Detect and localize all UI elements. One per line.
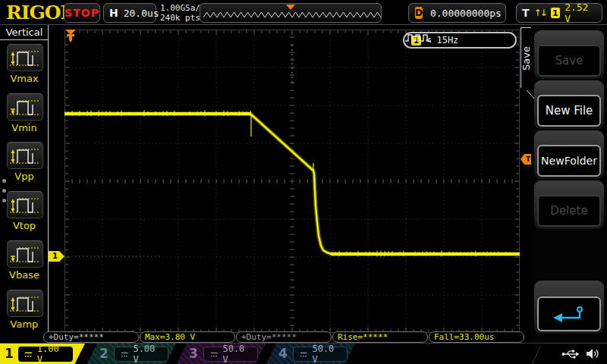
system-status-icons <box>561 348 599 359</box>
measurement-slot-4: Rise=***** <box>332 331 428 343</box>
vtop-icon <box>8 193 42 217</box>
channel3-scale-box: 50.0 V <box>203 347 258 362</box>
sidebar-title: Vertical <box>0 25 49 40</box>
memory-depth: 240k pts <box>160 13 206 23</box>
delay-box[interactable]: D 0.00000000ps <box>408 3 506 23</box>
save-button[interactable]: Save <box>537 45 601 77</box>
sidebar-item-vtop-label: Vtop <box>0 220 49 231</box>
channel2-number: 2 <box>99 346 109 361</box>
vamp-icon <box>8 291 42 315</box>
new-file-button[interactable]: New File <box>537 95 601 127</box>
channel4-scale-box: 50.0 V <box>293 347 348 362</box>
rigol-logo: RIGOL <box>6 2 73 24</box>
square-wave-icon <box>404 33 432 42</box>
dc-coupling-icon <box>210 351 218 358</box>
menu-key-new-file[interactable]: New File <box>534 80 604 129</box>
measurement-slot-5: Fall=33.00us <box>429 331 524 343</box>
delete-button[interactable]: Delete <box>537 195 601 227</box>
dc-coupling-icon <box>24 351 33 358</box>
channel-status-bar: 1 1.00 V 2 5.00 V 3 50.0 V <box>0 343 607 364</box>
sidebar-item-vtop[interactable] <box>7 191 43 218</box>
trigger-level-value: 2.52 V <box>565 2 596 24</box>
dc-coupling-icon <box>121 351 128 358</box>
channel4-tab[interactable]: 4 50.0 V <box>266 344 355 364</box>
sidebar-item-vpp-label: Vpp <box>0 171 49 182</box>
usb-icon[interactable] <box>561 348 580 359</box>
sidebar-item-vmax-label: Vmax <box>0 73 49 84</box>
trigger-source-badge: 1 <box>551 8 560 18</box>
acquisition-info: 1.00GSa/s 240k pts <box>160 3 206 23</box>
menu-tab: Save <box>521 27 531 88</box>
sidebar-item-vamp-label: Vamp <box>0 318 49 330</box>
trigger-slope-icon: ↑↓ <box>534 8 546 18</box>
vpp-icon <box>8 143 42 168</box>
grid-and-trace <box>64 30 520 333</box>
menu-key-save[interactable]: Save <box>534 30 604 79</box>
channel2-scale: 5.00 V <box>133 344 162 364</box>
channel4-number: 4 <box>278 346 288 361</box>
trigger-label: T <box>522 7 530 19</box>
vertical-measure-sidebar: Vertical Vmax Vmin Vpp Vtop Vbase Vamp <box>0 25 49 343</box>
sidebar-item-vmin[interactable] <box>7 93 43 121</box>
sidebar-item-vamp[interactable] <box>7 290 43 317</box>
sidebar-item-vmax[interactable] <box>7 44 43 71</box>
speaker-icon[interactable] <box>586 348 599 359</box>
horizontal-timebase-box[interactable]: H 20.0us <box>103 3 156 23</box>
horizontal-label: H <box>109 7 118 19</box>
trigger-position-marker[interactable] <box>64 30 77 45</box>
run-state-indicator[interactable]: STOP <box>64 3 100 23</box>
sidebar-item-vpp[interactable] <box>7 142 43 169</box>
channel1-scale-box: 1.00 V <box>18 347 73 362</box>
timebase-value: 20.0us <box>124 8 159 19</box>
channel1-number: 1 <box>5 346 14 361</box>
menu-key-back[interactable] <box>534 281 604 334</box>
sidebar-item-vbase[interactable] <box>7 240 43 268</box>
return-arrow-icon <box>550 304 588 324</box>
vmax-icon <box>8 46 42 70</box>
waveform-preview[interactable] <box>200 3 382 23</box>
channel3-tab[interactable]: 3 50.0 V <box>176 344 266 364</box>
channel1-tab[interactable]: 1 1.00 V <box>0 344 85 364</box>
menu-key-new-folder[interactable]: NewFolder <box>534 130 604 179</box>
delay-value: 0.00000000ps <box>430 8 502 19</box>
menu-page-dots <box>2 179 6 202</box>
menu-tab-label: Save <box>521 46 532 71</box>
trigger-frequency-badge: 1 < 15Hz <box>403 32 517 49</box>
status-icons-separator <box>531 345 542 364</box>
new-folder-button[interactable]: NewFolder <box>537 145 601 177</box>
dc-coupling-icon <box>300 351 307 358</box>
measurement-slot-3: +Duty=***** <box>236 331 332 343</box>
waveform-preview-thumbnail <box>200 4 381 22</box>
channel2-tab[interactable]: 2 5.00 V <box>86 344 176 364</box>
delay-icon: D <box>415 7 423 19</box>
channel4-scale: 50.0 V <box>312 344 341 364</box>
channel1-ground-marker[interactable]: 1 <box>49 251 64 262</box>
channel2-scale-box: 5.00 V <box>114 347 168 362</box>
back-button[interactable] <box>537 297 601 331</box>
measurement-slot-1: +Duty=***** <box>43 331 139 343</box>
sidebar-item-vmin-label: Vmin <box>0 122 49 133</box>
vbase-icon <box>8 242 42 266</box>
vmin-icon <box>8 95 42 119</box>
channel3-scale: 50.0 V <box>222 344 251 364</box>
measurement-slot-2: Max=3.80 V <box>140 331 235 343</box>
channel1-scale: 1.00 V <box>37 344 67 364</box>
sidebar-item-vbase-label: Vbase <box>0 269 49 281</box>
channel3-number: 3 <box>189 346 198 361</box>
save-menu: Save Save New File NewFolder Delete <box>531 25 607 343</box>
trigger-box[interactable]: T ↑↓ 1 2.52 V <box>516 3 602 23</box>
measurement-readouts: +Duty=***** Max=3.80 V +Duty=***** Rise=… <box>43 331 525 343</box>
top-status-bar: RIGOL STOP H 20.0us 1.00GSa/s 240k pts D… <box>0 0 607 25</box>
menu-key-delete[interactable]: Delete <box>534 180 604 229</box>
sample-rate: 1.00GSa/s <box>160 3 206 13</box>
graticule: 1 < 15Hz 1 T <box>64 30 520 333</box>
run-state-label: STOP <box>64 7 99 19</box>
